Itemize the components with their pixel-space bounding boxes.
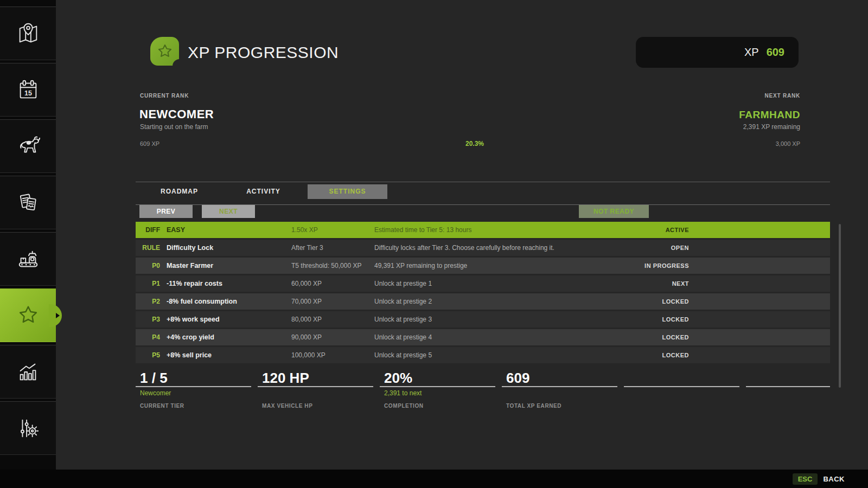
xp-label: XP [744, 46, 759, 59]
row-code: P5 [136, 351, 160, 359]
row-value: T5 threshold: 50,000 XP [291, 262, 369, 269]
stat-value: 1 / 5 [136, 370, 251, 387]
stat-subtext [502, 389, 617, 397]
next-rank-remaining: 2,391 XP remaining [743, 123, 800, 131]
row-name: +4% crop yield [167, 333, 286, 341]
row-value: 100,000 XP [291, 351, 369, 359]
esc-key-button[interactable]: ESC [793, 473, 818, 485]
table-row-p5[interactable]: P5 +8% sell price 100,000 XP Unlock at p… [136, 347, 830, 363]
stat-value: 20% [380, 370, 495, 387]
progress-percent: 20.3% [442, 140, 507, 147]
sidebar-item-production[interactable] [0, 232, 56, 286]
sidebar-item-contracts[interactable] [0, 176, 56, 229]
table-row-p0[interactable]: P0 Master Farmer T5 threshold: 50,000 XP… [136, 258, 830, 274]
row-status: NEXT [624, 280, 689, 287]
sidebar-item-xp[interactable] [0, 288, 56, 342]
row-description: Estimated time to Tier 5: 13 hours [374, 226, 624, 234]
table-row-p4[interactable]: P4 +4% crop yield 90,000 XP Unlock at pr… [136, 329, 830, 345]
row-status: LOCKED [624, 334, 689, 341]
row-status: ACTIVE [624, 227, 689, 233]
stat-value: 120 HP [258, 370, 373, 387]
page-icon-badge [150, 37, 179, 66]
row-value: 70,000 XP [291, 298, 369, 305]
current-xp-value: 609 XP [140, 140, 159, 147]
sidebar-item-statistics[interactable] [0, 345, 56, 399]
sidebar-item-map[interactable] [0, 7, 56, 60]
stat-label: CURRENT TIER [136, 403, 251, 409]
row-status: LOCKED [624, 352, 689, 358]
settings-sliders-gear-icon [16, 416, 41, 441]
row-value: 90,000 XP [291, 333, 369, 341]
bottom-bar: ESC BACK [0, 470, 868, 488]
row-code: DIFF [136, 226, 160, 234]
row-value: After Tier 3 [291, 244, 369, 252]
xp-counter-badge: XP 609 [636, 37, 799, 68]
stat-subtext: 2,391 to next [380, 389, 495, 397]
table-row-p1[interactable]: P1 -11% repair costs 60,000 XP Unlock at… [136, 275, 830, 292]
stat-subtext [258, 389, 373, 397]
row-description: Unlock at prestige 2 [374, 298, 624, 305]
tab-activity[interactable]: ACTIVITY [224, 184, 303, 199]
row-code: P0 [136, 262, 160, 269]
row-name: -11% repair costs [167, 280, 286, 287]
production-icon [16, 247, 41, 272]
next-button[interactable]: NEXT [202, 205, 255, 218]
row-description: Unlock at prestige 5 [374, 351, 624, 359]
prev-button[interactable]: PREV [139, 205, 193, 218]
map-icon [16, 21, 41, 46]
row-description: Unlock at prestige 1 [374, 280, 624, 287]
row-name: +8% work speed [167, 316, 286, 323]
row-name: -8% fuel consumption [167, 298, 286, 305]
stat-label: TOTAL XP EARNED [502, 403, 617, 409]
row-description: Unlock at prestige 3 [374, 316, 624, 323]
tab-roadmap[interactable]: ROADMAP [139, 184, 219, 199]
row-code: P3 [136, 316, 160, 323]
stat-max-vehicle-hp: 120 HP MAX VEHICLE HP [258, 370, 373, 409]
row-code: P1 [136, 280, 160, 287]
sidebar-item-animals[interactable] [0, 119, 56, 173]
row-value: 1.50x XP [291, 226, 369, 234]
cow-icon [16, 134, 41, 159]
table-row-p2[interactable]: P2 -8% fuel consumption 70,000 XP Unlock… [136, 293, 830, 310]
next-rank-name: FARMHAND [739, 109, 800, 121]
row-value: 80,000 XP [291, 316, 369, 323]
row-description: Difficulty locks after Tier 3. Choose ca… [374, 244, 624, 252]
next-xp-value: 3,000 XP [776, 140, 800, 147]
sidebar-item-settings[interactable] [0, 401, 56, 455]
not-ready-button[interactable]: NOT READY [579, 205, 649, 218]
stat-empty-column [624, 370, 739, 409]
row-code: P2 [136, 298, 160, 305]
table-row-p3[interactable]: P3 +8% work speed 80,000 XP Unlock at pr… [136, 311, 830, 328]
row-status: IN PROGRESS [624, 262, 689, 269]
back-button[interactable]: BACK [823, 475, 845, 483]
row-name: +8% sell price [167, 351, 286, 359]
tab-settings[interactable]: SETTINGS [308, 184, 387, 199]
row-code: P4 [136, 333, 160, 341]
calendar-icon: 15 [16, 78, 41, 102]
table-row-difficulty[interactable]: DIFF EASY 1.50x XP Estimated time to Tie… [136, 222, 830, 238]
sidebar-item-calendar[interactable]: 15 [0, 63, 56, 117]
row-code: RULE [136, 244, 160, 252]
row-description: 49,391 XP remaining to prestige [374, 262, 624, 269]
sidebar: 15 [0, 0, 56, 488]
current-rank-name: NEWCOMER [139, 107, 214, 121]
stat-subtext: Newcomer [136, 389, 251, 397]
row-name: Master Farmer [167, 262, 286, 269]
stat-total-xp: 609 TOTAL XP EARNED [502, 370, 617, 409]
summary-stats: 1 / 5 Newcomer CURRENT TIER 120 HP MAX V… [136, 370, 830, 409]
xp-star-icon [16, 303, 41, 328]
documents-icon [16, 190, 41, 215]
table-row-rule[interactable]: RULE Difficulty Lock After Tier 3 Diffic… [136, 240, 830, 256]
table-scrollbar[interactable] [839, 224, 841, 388]
row-status: LOCKED [624, 316, 689, 323]
row-status: LOCKED [624, 298, 689, 305]
svg-text:15: 15 [24, 89, 32, 97]
stat-current-tier: 1 / 5 Newcomer CURRENT TIER [136, 370, 251, 409]
stat-label: COMPLETION [380, 403, 495, 409]
row-value: 60,000 XP [291, 280, 369, 287]
active-tab-bump [49, 304, 62, 327]
active-tab-pointer-icon [56, 313, 60, 318]
stat-label: MAX VEHICLE HP [258, 403, 373, 409]
stat-empty-column [746, 370, 830, 409]
row-status: OPEN [624, 245, 689, 251]
